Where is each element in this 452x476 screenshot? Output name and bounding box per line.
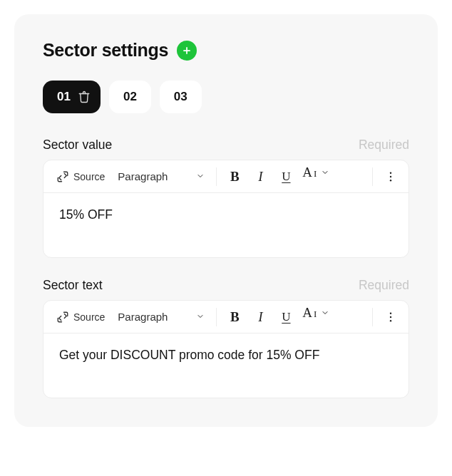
add-sector-button[interactable] [177, 41, 197, 61]
sector-tab-01[interactable]: 01 [43, 81, 101, 113]
tab-label: 02 [123, 90, 137, 104]
tab-label: 03 [174, 90, 188, 104]
bold-button[interactable]: B [222, 305, 247, 329]
source-icon [56, 170, 69, 183]
sector-value-field: Sector value Required Source Paragraph [43, 138, 409, 258]
required-badge: Required [359, 138, 409, 152]
sector-value-editor: Source Paragraph B I U AI [43, 160, 409, 258]
delete-sector-button[interactable] [78, 90, 91, 103]
font-size-dropdown[interactable]: AI [299, 305, 332, 329]
underline-button[interactable]: U [274, 305, 298, 329]
paragraph-dropdown[interactable]: Paragraph [111, 305, 210, 329]
chevron-down-icon [321, 165, 329, 180]
sector-text-editor: Source Paragraph B I U AI [43, 300, 409, 398]
sector-tab-02[interactable]: 02 [109, 81, 151, 113]
panel-header: Sector settings [43, 40, 409, 61]
source-icon [56, 311, 69, 324]
panel-title: Sector settings [43, 40, 168, 61]
editor-toolbar: Source Paragraph B I U AI [43, 160, 409, 193]
kebab-icon [384, 311, 397, 324]
toolbar-separator [372, 308, 373, 326]
svg-point-5 [390, 312, 391, 314]
svg-point-2 [390, 172, 391, 173]
sector-tabs: 01 02 03 [43, 81, 409, 113]
chevron-down-icon [196, 311, 205, 323]
underline-button[interactable]: U [274, 165, 298, 189]
bold-button[interactable]: B [222, 165, 247, 189]
more-options-button[interactable] [379, 165, 403, 189]
font-size-dropdown[interactable]: AI [299, 165, 332, 189]
sector-tab-03[interactable]: 03 [160, 81, 202, 113]
paragraph-label: Paragraph [118, 311, 168, 323]
required-badge: Required [359, 278, 409, 293]
chevron-down-icon [196, 170, 205, 182]
plus-icon [182, 46, 192, 56]
source-label: Source [73, 171, 105, 182]
toolbar-separator [372, 167, 373, 186]
more-options-button[interactable] [379, 305, 403, 329]
editor-toolbar: Source Paragraph B I U AI [43, 301, 409, 333]
format-group: B I U AI [222, 165, 332, 189]
trash-icon [78, 90, 91, 103]
sector-text-field: Sector text Required Source Paragraph [43, 278, 409, 398]
sector-settings-panel: Sector settings 01 02 03 Sector value Re… [14, 14, 438, 427]
field-header: Sector text Required [43, 278, 409, 293]
toolbar-separator [216, 308, 217, 326]
svg-point-6 [390, 316, 391, 317]
source-button[interactable]: Source [51, 305, 111, 329]
svg-point-4 [390, 180, 391, 181]
source-button[interactable]: Source [51, 165, 111, 189]
source-label: Source [73, 311, 105, 323]
paragraph-dropdown[interactable]: Paragraph [111, 165, 210, 189]
svg-point-7 [390, 320, 391, 321]
svg-point-3 [390, 175, 391, 177]
chevron-down-icon [321, 306, 329, 321]
sector-value-input[interactable]: 15% OFF [43, 193, 409, 257]
kebab-icon [384, 170, 397, 183]
paragraph-label: Paragraph [118, 170, 168, 182]
field-header: Sector value Required [43, 138, 409, 152]
tab-label: 01 [57, 90, 71, 104]
format-group: B I U AI [222, 305, 332, 329]
italic-button[interactable]: I [248, 305, 272, 329]
sector-text-input[interactable]: Get your DISCOUNT promo code for 15% OFF [43, 333, 409, 398]
toolbar-separator [216, 167, 217, 186]
field-label: Sector value [43, 138, 112, 152]
field-label: Sector text [43, 278, 103, 293]
italic-button[interactable]: I [248, 165, 272, 189]
